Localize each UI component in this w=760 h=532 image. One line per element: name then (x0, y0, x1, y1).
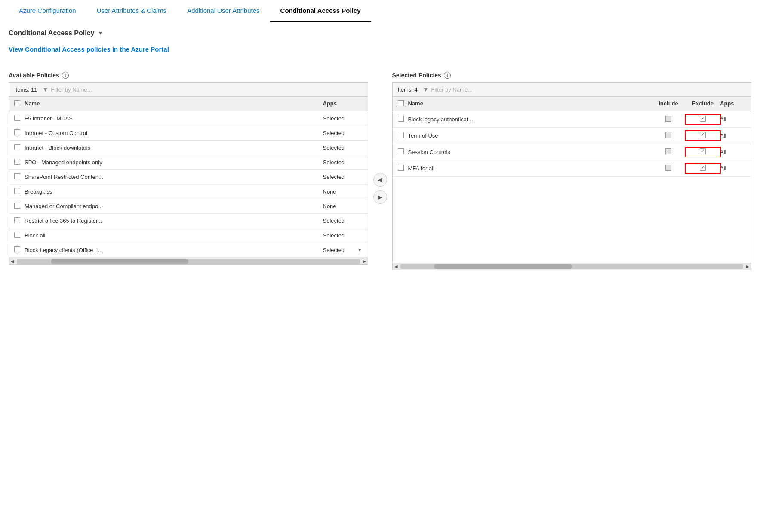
selected-info-icon[interactable]: i (444, 72, 451, 79)
selected-row-0-exclude-cell (686, 115, 720, 124)
available-row-5-name: Breakglass (25, 188, 323, 195)
selected-policies-table: Items: 4 ▼ Filter by Name... Name Includ… (392, 82, 752, 270)
available-row-0-checkbox[interactable] (14, 115, 20, 121)
available-scroll-left-arrow[interactable]: ◀ (9, 258, 16, 265)
selected-row-1-include-cell (651, 132, 686, 139)
selected-row-2-include-checkbox[interactable] (665, 148, 671, 154)
selected-row-0-exclude-checkbox[interactable] (700, 116, 706, 122)
selected-scroll-left-arrow[interactable]: ◀ (393, 263, 400, 270)
available-panel-header: Items: 11 ▼ Filter by Name... (9, 83, 368, 97)
selected-row-1-exclude-checkbox[interactable] (700, 132, 706, 138)
available-info-icon[interactable]: i (62, 72, 69, 79)
nav-azure-config[interactable]: Azure Configuration (9, 0, 86, 22)
selected-row-1-include-checkbox[interactable] (665, 132, 671, 138)
nav-additional-attributes[interactable]: Additional User Attributes (177, 0, 270, 22)
available-items-count: Items: 11 (14, 86, 37, 93)
available-row-5-checkbox[interactable] (14, 188, 20, 194)
selected-scrollbar[interactable]: ◀ ▶ (393, 263, 751, 270)
available-scroll-right-arrow[interactable]: ▶ (361, 258, 368, 265)
available-scroll-thumb[interactable] (51, 259, 188, 264)
selected-row-2-name: Session Controls (408, 149, 652, 155)
selected-panel-body: Block legacy authenticat... All Term of … (393, 111, 751, 177)
selected-row-2-exclude-checkbox[interactable] (700, 148, 706, 154)
selected-items-count: Items: 4 (398, 86, 418, 93)
available-col-scroll-spacer (357, 100, 363, 108)
available-row-3-checkbox[interactable] (14, 159, 20, 165)
available-col-apps: Apps (323, 100, 357, 108)
available-col-name: Name (25, 100, 323, 108)
available-row-9-scroll-indicator: ▼ (357, 248, 363, 252)
azure-portal-link[interactable]: View Conditional Access policies in the … (9, 46, 169, 53)
selected-scroll-track[interactable] (400, 264, 744, 269)
available-row-7-checkbox[interactable] (14, 217, 20, 223)
selected-row-1-checkbox[interactable] (398, 132, 404, 138)
selected-row-3-include-cell (651, 165, 686, 172)
selected-policies-label: Selected Policies i (392, 72, 752, 79)
available-row-8-name: Block all (25, 232, 323, 239)
selected-row-3-checkbox[interactable] (398, 165, 404, 171)
available-row-4-apps: Selected (323, 174, 357, 180)
available-row-8-checkbox[interactable] (14, 232, 20, 238)
selected-col-include: Include (651, 100, 686, 108)
available-row-6-checkbox[interactable] (14, 203, 20, 209)
table-row: Restrict office 365 to Register... Selec… (9, 214, 368, 228)
selected-policies-panel: Selected Policies i Items: 4 ▼ Filter by… (392, 72, 752, 270)
panels-container: Available Policies i Items: 11 ▼ Filter … (9, 72, 751, 270)
available-select-all-checkbox[interactable] (14, 100, 20, 106)
selected-row-3-apps: All (720, 165, 746, 172)
available-row-1-apps: Selected (323, 130, 357, 136)
table-row: Managed or Compliant endpo... None (9, 199, 368, 214)
available-panel-body[interactable]: F5 Intranet - MCAS Selected Intranet - C… (9, 111, 368, 258)
selected-row-2-checkbox[interactable] (398, 148, 404, 154)
table-row: F5 Intranet - MCAS Selected (9, 111, 368, 126)
selected-filter-box[interactable]: ▼ Filter by Name... (423, 86, 746, 93)
selected-col-apps: Apps (720, 100, 746, 108)
available-row-9-apps: Selected (323, 247, 357, 253)
selected-column-headers: Name Include Exclude Apps (393, 97, 751, 111)
available-row-0-apps: Selected (323, 115, 357, 122)
transfer-left-button[interactable]: ◀ (373, 173, 387, 187)
available-row-2-name: Intranet - Block downloads (25, 145, 323, 151)
table-row: Term of Use All (393, 128, 751, 144)
available-filter-placeholder: Filter by Name... (51, 86, 92, 93)
table-row: Block Legacy clients (Office, I... Selec… (9, 243, 368, 258)
selected-row-1-exclude-cell (686, 131, 720, 140)
selected-row-3-name: MFA for all (408, 165, 652, 172)
page-content: Conditional Access Policy ▼ View Conditi… (0, 22, 760, 277)
selected-select-all-checkbox[interactable] (398, 100, 404, 106)
selected-label-text: Selected Policies (392, 72, 441, 79)
selected-row-3-include-checkbox[interactable] (665, 165, 671, 171)
available-row-1-name: Intranet - Custom Control (25, 130, 323, 136)
table-row: SharePoint Restricted Conten... Selected (9, 170, 368, 185)
selected-scroll-right-arrow[interactable]: ▶ (744, 263, 751, 270)
selected-row-3-exclude-checkbox[interactable] (700, 165, 706, 171)
available-row-1-checkbox[interactable] (14, 129, 20, 135)
section-title-row: Conditional Access Policy ▼ (9, 29, 751, 37)
available-row-2-checkbox[interactable] (14, 144, 20, 150)
available-row-3-apps: Selected (323, 159, 357, 166)
available-row-4-checkbox[interactable] (14, 173, 20, 179)
nav-user-attributes[interactable]: User Attributes & Claims (86, 0, 177, 22)
selected-row-0-include-checkbox[interactable] (665, 116, 671, 122)
available-row-3-name: SPO - Managed endpoints only (25, 159, 323, 166)
selected-filter-icon: ▼ (423, 86, 429, 93)
selected-check-all[interactable] (398, 100, 408, 108)
available-row-9-checkbox[interactable] (14, 246, 20, 252)
available-filter-box[interactable]: ▼ Filter by Name... (42, 86, 362, 93)
dropdown-arrow-icon[interactable]: ▼ (98, 30, 103, 36)
available-row-2-apps: Selected (323, 145, 357, 151)
selected-row-2-exclude-cell (686, 148, 720, 157)
transfer-right-button[interactable]: ▶ (373, 190, 387, 204)
available-scrollbar[interactable]: ◀ ▶ (9, 258, 368, 264)
table-row: Breakglass None (9, 185, 368, 199)
available-filter-icon: ▼ (42, 86, 48, 93)
available-scroll-track[interactable] (17, 259, 360, 264)
available-row-6-name: Managed or Compliant endpo... (25, 203, 323, 209)
selected-col-name: Name (408, 100, 652, 108)
nav-conditional-access[interactable]: Conditional Access Policy (270, 0, 371, 22)
available-row-4-name: SharePoint Restricted Conten... (25, 174, 323, 180)
selected-row-0-checkbox[interactable] (398, 116, 404, 122)
selected-row-2-apps: All (720, 149, 746, 155)
selected-scroll-thumb[interactable] (434, 264, 572, 269)
available-check-all[interactable] (14, 100, 25, 108)
